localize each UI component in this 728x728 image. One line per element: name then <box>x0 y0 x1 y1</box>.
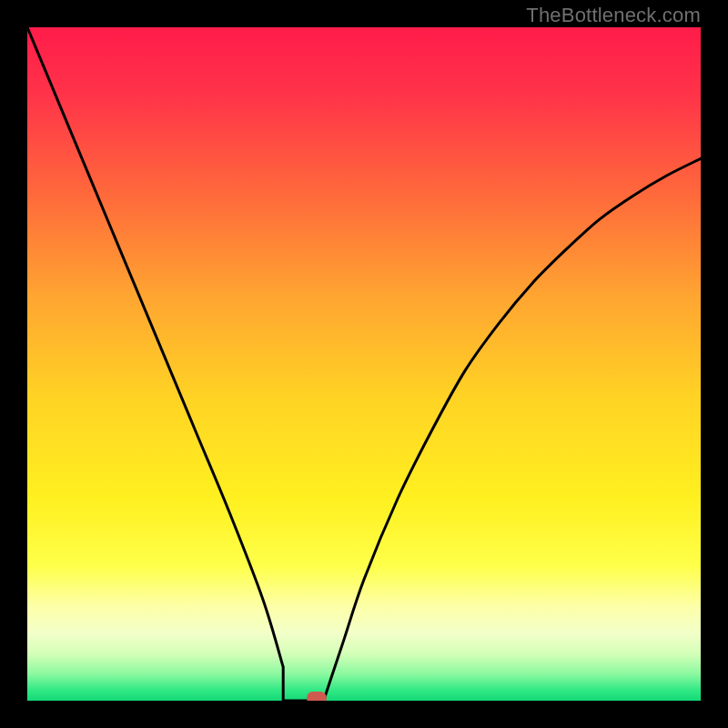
bottleneck-curve <box>27 27 701 701</box>
watermark-text: TheBottleneck.com <box>526 4 701 27</box>
plot-area <box>27 27 701 701</box>
optimal-point-marker <box>307 692 327 701</box>
chart-frame: TheBottleneck.com <box>0 0 728 728</box>
